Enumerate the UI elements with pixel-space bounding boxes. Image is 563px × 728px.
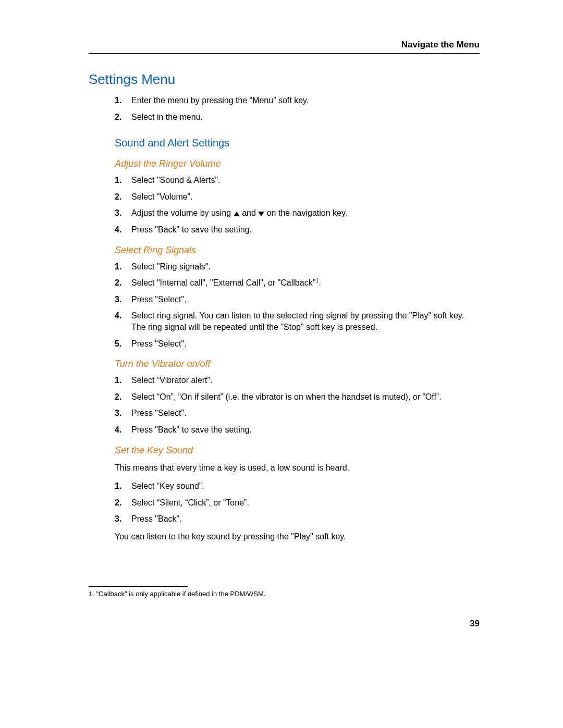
list-item: 3. Press "Select". [115, 294, 480, 305]
list-item: 4. Select ring signal. You can listen to… [115, 310, 480, 332]
document-page: Navigate the Menu Settings Menu 1. Enter… [0, 0, 563, 728]
paragraph-keysound-lead: This means that every time a key is used… [89, 462, 480, 474]
step-text: Select “Vibrator alert”. [131, 375, 480, 386]
step-number: 1. [115, 480, 131, 492]
step-text: Select “Key sound”. [131, 480, 480, 492]
step-text: Select ring signal. You can listen to th… [131, 310, 480, 332]
footnote-text: 1. "Callback" is only applicable if defi… [89, 590, 401, 598]
step-text: Select "Ring signals". [131, 261, 480, 273]
list-item: 5. Press "Select". [115, 338, 480, 350]
step-text-a: Adjust the volume by using [131, 208, 234, 217]
list-item: 2. Select “Volume”. [115, 191, 480, 203]
list-item: 3. Press "Back". [115, 513, 480, 525]
step-text: Select “On”, “On if silent” (i.e. the vi… [131, 391, 480, 403]
steps-adjust-ringer-volume: 1. Select "Sound & Alerts". 2. Select “V… [89, 175, 480, 235]
step-text: Enter the menu by pressing the “Menu” so… [131, 95, 480, 106]
step-number: 3. [115, 513, 131, 525]
list-item: 1. Select "Ring signals". [115, 261, 480, 273]
step-text: Select "Internal call", "External Call",… [131, 277, 480, 289]
step-text-c: on the navigation key. [267, 208, 347, 217]
step-text: Select “Silent, “Click”, or “Tone”. [131, 497, 480, 509]
list-item: 1. Select "Sound & Alerts". [115, 175, 480, 186]
up-arrow-icon [234, 212, 240, 216]
step-number: 2. [115, 277, 131, 289]
step-text: Press "Back" to save the setting. [131, 424, 480, 436]
page-number: 39 [470, 619, 480, 629]
heading-turn-vibrator: Turn the Vibrator on/off [89, 359, 480, 369]
step-number: 3. [115, 207, 131, 219]
list-item: 1. Select “Vibrator alert”. [115, 375, 480, 386]
step-text: Select "Sound & Alerts". [131, 175, 480, 186]
footnote-rule [89, 586, 188, 587]
heading-select-ring-signals: Select Ring Signals [89, 245, 480, 256]
list-item: 2. Select “On”, “On if silent” (i.e. the… [115, 391, 480, 403]
step-number: 4. [115, 310, 131, 322]
step-text: Press "Back". [131, 513, 480, 525]
step-number: 1. [115, 375, 131, 386]
step-text-b: and [242, 208, 258, 217]
step-text: Press "Back" to save the setting. [131, 224, 480, 236]
heading-settings-menu: Settings Menu [89, 71, 480, 88]
steps-turn-vibrator: 1. Select “Vibrator alert”. 2. Select “O… [89, 375, 480, 435]
list-item: 3. Press "Select". [115, 408, 480, 419]
list-item: 2. Select "Internal call", "External Cal… [115, 277, 480, 289]
list-item: 3. Adjust the volume by using and on the… [115, 207, 480, 219]
step-text: Press "Select". [131, 294, 480, 305]
step-number: 3. [115, 408, 131, 419]
step-number: 1. [115, 175, 131, 186]
step-number: 1. [115, 261, 131, 273]
step-number: 4. [115, 424, 131, 436]
step-number: 2. [115, 191, 131, 203]
step-text: Adjust the volume by using and on the na… [131, 207, 480, 219]
list-item: 4. Press "Back" to save the setting. [115, 224, 480, 236]
intro-steps: 1. Enter the menu by pressing the “Menu”… [89, 95, 480, 122]
step-text-b: . [319, 278, 321, 287]
step-number: 3. [115, 294, 131, 305]
step-text: Select “Volume”. [131, 191, 480, 203]
steps-select-ring-signals: 1. Select "Ring signals". 2. Select "Int… [89, 261, 480, 350]
step-number: 2. [115, 391, 131, 403]
step-number: 2. [115, 112, 131, 123]
step-number: 2. [115, 497, 131, 509]
list-item: 2. Select “Silent, “Click”, or “Tone”. [115, 497, 480, 509]
list-item: 4. Press "Back" to save the setting. [115, 424, 480, 436]
heading-set-key-sound: Set the Key Sound [89, 445, 480, 456]
list-item: 2. Select in the menu. [115, 112, 480, 123]
step-text-a: Select "Internal call", "External Call",… [131, 278, 315, 287]
footnote-area: 1. "Callback" is only applicable if defi… [89, 586, 401, 598]
step-text: Press "Select". [131, 408, 480, 419]
step-number: 4. [115, 224, 131, 236]
list-item: 1. Select “Key sound”. [115, 480, 480, 492]
page-header-right: Navigate the Menu [89, 40, 480, 54]
step-number: 5. [115, 338, 131, 350]
steps-set-key-sound: 1. Select “Key sound”. 2. Select “Silent… [89, 480, 480, 525]
step-number: 1. [115, 95, 131, 106]
heading-sound-alert-settings: Sound and Alert Settings [89, 137, 480, 149]
down-arrow-icon [258, 212, 264, 216]
step-text: Select in the menu. [131, 112, 480, 123]
step-text: Press "Select". [131, 338, 480, 350]
paragraph-keysound-trail: You can listen to the key sound by press… [89, 531, 480, 542]
heading-adjust-ringer-volume: Adjust the Ringer Volume [89, 158, 480, 169]
list-item: 1. Enter the menu by pressing the “Menu”… [115, 95, 480, 106]
